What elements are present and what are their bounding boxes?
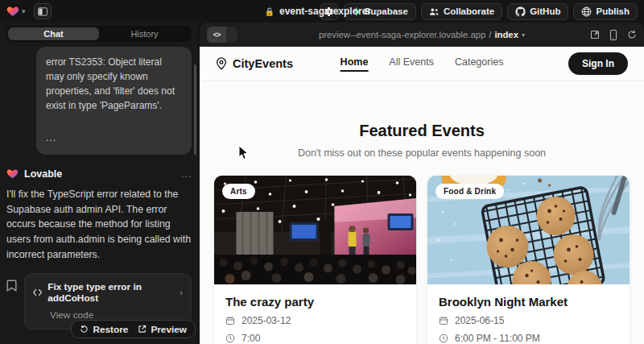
url-separator: / <box>489 30 491 39</box>
lovable-heart-icon <box>6 168 19 180</box>
preview-panel: <> preview--event-saga-explorer.lovable.… <box>200 23 644 344</box>
url-domain: preview--event-saga-explorer.lovable.app <box>319 30 485 39</box>
view-code-link[interactable]: View code <box>50 309 183 321</box>
preview-button[interactable]: Preview <box>138 324 187 335</box>
clock-icon <box>439 334 448 343</box>
chat-history-tabs: Chat History <box>6 26 192 42</box>
assistant-name: Lovable <box>24 168 62 180</box>
user-message: error TS2353: Object literal may only sp… <box>36 47 192 155</box>
code-icon: <> <box>207 27 226 43</box>
site-nav: Home All Events Categories <box>341 56 504 72</box>
external-link-icon <box>138 325 147 334</box>
assistant-header: Lovable ... <box>6 168 192 180</box>
refresh-icon[interactable] <box>627 30 637 39</box>
lovable-logo-menu[interactable]: ▾ <box>6 5 26 18</box>
page-title: Featured Events <box>200 122 644 140</box>
toggle-sidebar-button[interactable] <box>34 3 52 19</box>
event-title: Brooklyn Night Market <box>439 295 618 309</box>
event-image-conference: Arts <box>214 176 416 284</box>
site-header: CityEvents Home All Events Categories Si… <box>200 47 644 81</box>
open-in-new-tab-icon[interactable] <box>590 30 600 39</box>
category-badge: Food & Drink <box>436 184 504 199</box>
publish-label: Publish <box>596 6 630 16</box>
calendar-icon <box>439 316 448 325</box>
restore-button[interactable]: Restore <box>80 324 128 335</box>
sign-in-button[interactable]: Sign In <box>568 52 628 75</box>
restore-icon <box>80 325 89 334</box>
code-icon <box>33 288 42 296</box>
user-message-text: error TS2353: Object literal may only sp… <box>46 55 182 113</box>
tab-chat[interactable]: Chat <box>8 27 99 40</box>
people-icon <box>429 7 440 16</box>
user-message-ellipsis: ... <box>46 131 182 145</box>
top-bar: ▾ 🔒 event-saga-explorer ▾ Supabase Colla… <box>0 0 644 23</box>
fix-card-title: Fix type type error in addCoHost <box>47 281 174 304</box>
lovable-heart-icon <box>6 5 19 18</box>
github-label: GitHub <box>530 6 560 16</box>
event-date: 2025-06-15 <box>439 315 618 326</box>
lock-icon: 🔒 <box>264 7 274 16</box>
chevron-down-icon: ▾ <box>522 31 525 39</box>
chat-panel: Chat History error TS2353: Object litera… <box>0 23 198 344</box>
collaborate-button[interactable]: Collaborate <box>421 3 502 20</box>
url-bar[interactable]: preview--event-saga-explorer.lovable.app… <box>319 30 525 39</box>
nav-categories[interactable]: Categories <box>455 56 503 72</box>
chevron-down-icon: ▾ <box>22 7 26 15</box>
publish-button[interactable]: Publish <box>573 3 638 20</box>
page-subtitle: Don't miss out on these popular events h… <box>200 147 644 159</box>
event-card[interactable]: Arts The crazy party 2025-03-12 7:00 <box>214 176 416 344</box>
project-name: event-saga-explorer <box>279 6 371 17</box>
event-time: 7:00 <box>225 333 405 344</box>
preview-toolbar: <> preview--event-saga-explorer.lovable.… <box>200 23 644 47</box>
event-date: 2025-03-12 <box>225 315 405 326</box>
github-button[interactable]: GitHub <box>507 3 568 20</box>
event-title: The crazy party <box>225 295 405 309</box>
code-view-toggle[interactable]: <> <box>207 27 237 43</box>
map-pin-icon <box>216 57 227 70</box>
restore-label: Restore <box>93 324 128 335</box>
brand-name: CityEvents <box>233 57 293 70</box>
message-menu-button[interactable]: ... <box>181 168 192 180</box>
chat-scrollbar[interactable] <box>194 64 196 155</box>
app-window: ▾ 🔒 event-saga-explorer ▾ Supabase Colla… <box>0 0 644 344</box>
message-actions: Restore Preview <box>71 320 196 338</box>
site-preview: CityEvents Home All Events Categories Si… <box>200 47 644 344</box>
mobile-view-icon[interactable] <box>609 30 617 40</box>
site-brand[interactable]: CityEvents <box>216 57 293 70</box>
url-page: index <box>494 30 518 39</box>
event-card[interactable]: Food & Drink Brooklyn Night Market 2025-… <box>427 176 630 344</box>
clock-icon <box>225 334 235 343</box>
preview-label: Preview <box>151 324 187 335</box>
assistant-message-1: I'll fix the TypeScript error related to… <box>6 187 192 262</box>
chevron-right-icon: › <box>180 288 183 297</box>
bookmark-icon[interactable] <box>6 280 17 292</box>
nav-all-events[interactable]: All Events <box>389 56 434 72</box>
nav-home[interactable]: Home <box>341 56 369 72</box>
calendar-icon <box>225 316 235 325</box>
tab-history[interactable]: History <box>99 27 190 40</box>
category-badge: Arts <box>222 184 255 199</box>
project-name-menu[interactable]: 🔒 event-saga-explorer ▾ <box>264 6 379 17</box>
event-image-cookies: Food & Drink <box>427 176 630 284</box>
collaborate-label: Collaborate <box>444 6 494 16</box>
panel-icon <box>38 7 47 16</box>
event-time: 6:00 PM - 11:00 PM <box>439 333 618 344</box>
globe-icon <box>581 6 592 17</box>
code-change-card[interactable]: Fix type type error in addCoHost › View … <box>24 273 192 329</box>
chevron-down-icon: ▾ <box>376 7 380 15</box>
github-icon <box>515 6 526 17</box>
